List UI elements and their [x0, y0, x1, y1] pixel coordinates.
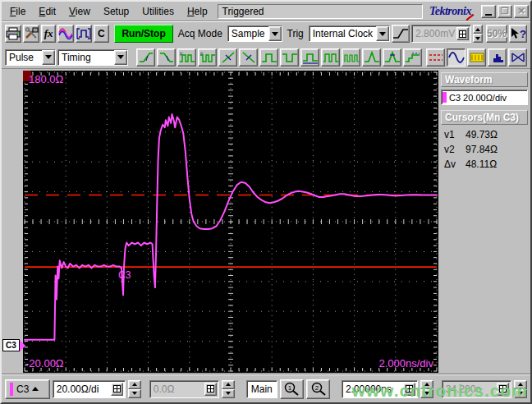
keypad-button[interactable] [204, 383, 217, 396]
spin-down-button[interactable] [514, 389, 527, 398]
trig-source-select[interactable]: Internal Clock [309, 25, 390, 42]
cursor-readout-v2: v2 97.84Ω [441, 142, 528, 157]
horizontal-position-field[interactable]: 34.200n [442, 380, 512, 398]
menu-edit[interactable]: Edit [32, 4, 62, 19]
rise-time-button[interactable] [136, 48, 155, 67]
pulse-edit-button[interactable] [76, 25, 92, 43]
trig-level-field[interactable]: 2.800mV [411, 25, 471, 43]
run-stop-button[interactable]: Run/Stop [114, 25, 172, 43]
trig-dropdown-button[interactable] [376, 26, 389, 41]
clear-button[interactable]: C [94, 25, 108, 43]
keypad-button[interactable] [111, 383, 123, 396]
arrow-down-icon [424, 392, 429, 395]
menu-help[interactable]: Help [181, 4, 214, 19]
waveform-display-button[interactable] [447, 48, 466, 67]
plot-bottom-label: -20.00Ω [25, 357, 64, 370]
negative-width-button[interactable]: F [198, 48, 217, 67]
spin-up-button[interactable] [420, 380, 433, 389]
keypad-button[interactable] [456, 27, 469, 40]
channel-select-button[interactable]: C3 [5, 379, 50, 399]
negative-width-icon: F [200, 51, 216, 64]
right-panel: Waveform C3 20.00Ω/div Cursors(Mn C3) v1… [438, 69, 530, 374]
spin-up-button[interactable] [128, 380, 141, 389]
meas-category-select[interactable]: Timing [57, 49, 128, 66]
svg-text:?: ? [520, 28, 526, 40]
set-50-percent-button[interactable]: 50% [486, 25, 507, 43]
vertical-offset-spinner[interactable] [222, 380, 235, 398]
keypad-icon [207, 385, 214, 393]
keypad-button[interactable] [497, 383, 509, 396]
spin-down-button[interactable] [473, 34, 483, 43]
acq-mode-dropdown-button[interactable] [268, 26, 282, 41]
sine-wave-icon [448, 51, 465, 64]
close-button[interactable]: ✕ [514, 5, 529, 18]
color-wave-icon [58, 27, 73, 40]
pulse-dropdown-button[interactable] [42, 50, 55, 65]
positive-overshoot-button[interactable] [362, 48, 381, 67]
color-grade-button[interactable] [467, 48, 486, 67]
spin-down-button[interactable] [222, 389, 235, 398]
vertical-scale-field[interactable]: 20.00Ω/di [53, 380, 126, 398]
menu-file[interactable]: File [3, 4, 32, 19]
menu-view[interactable]: View [62, 4, 97, 19]
keypad-button[interactable] [403, 383, 415, 396]
chevron-down-icon [379, 32, 386, 36]
maximize-button[interactable]: ❐ [498, 5, 512, 18]
timebase-spinner[interactable] [420, 380, 433, 398]
plot-timebase-label: 2.000ns/div [379, 357, 434, 370]
arrow-up-icon [424, 383, 429, 386]
acq-mode-select[interactable]: Sample [227, 25, 282, 42]
positive-crossing-icon [220, 51, 236, 64]
horizontal-position-spinner[interactable] [514, 380, 527, 398]
trace-label: C3 [118, 269, 131, 281]
cursor-readout-v1: v1 49.73Ω [441, 127, 528, 142]
vertical-scale-spinner[interactable] [128, 380, 141, 398]
menu-bar: File Edit View Setup Utilities Help Trig… [2, 2, 530, 21]
spin-up-button[interactable] [514, 380, 527, 389]
arrow-up-icon [132, 383, 137, 386]
plot-svg[interactable]: 180.0Ω -20.00Ω 2.000ns/div C3 [23, 71, 438, 373]
histogram-button[interactable] [488, 48, 507, 67]
waveform-colors-button[interactable] [57, 25, 74, 43]
settling-button[interactable] [403, 48, 422, 67]
cursors-button[interactable] [426, 48, 445, 67]
trig-level-spinner[interactable] [473, 25, 483, 43]
positive-width-button[interactable]: F [177, 48, 196, 67]
display-area: C3 180.0Ω -20.00Ω 2.000ns/div C3 Wavefor… [2, 69, 530, 374]
amplitude-peak-button[interactable] [383, 48, 401, 67]
timebase-scale-field[interactable]: 2.00000ns [342, 380, 418, 398]
spin-up-button[interactable] [473, 25, 483, 34]
timing-dropdown-button[interactable] [114, 50, 127, 65]
magnifier-1-button[interactable]: 1 [280, 379, 304, 399]
channel-marker-c3[interactable]: C3 [2, 339, 25, 351]
menu-setup[interactable]: Setup [97, 4, 135, 19]
spin-down-button[interactable] [128, 389, 141, 398]
spin-up-button[interactable] [222, 380, 235, 389]
trig-slope-button[interactable] [392, 25, 410, 43]
signal-type-select[interactable]: Pulse [5, 49, 56, 66]
print-button[interactable] [5, 25, 21, 43]
timebase-view-button[interactable]: Main [246, 380, 277, 398]
eye-diagram-icon [510, 51, 526, 64]
pulse-base-button[interactable] [300, 48, 319, 67]
waveform-entry[interactable]: C3 20.00Ω/div [441, 90, 528, 105]
magnifier-2-button[interactable]: 2 [306, 379, 330, 399]
spin-down-button[interactable] [420, 389, 433, 398]
minimize-button[interactable] [481, 5, 496, 18]
negative-crossing-button[interactable] [239, 48, 258, 67]
negative-pulse-button[interactable] [280, 48, 299, 67]
tools-button[interactable] [23, 25, 39, 43]
positive-crossing-button[interactable] [218, 48, 237, 67]
positive-pulse-icon [261, 51, 277, 64]
context-help-button[interactable]: ? [509, 25, 527, 43]
double-pulse-button[interactable] [321, 48, 340, 67]
menu-utilities[interactable]: Utilities [135, 4, 181, 19]
math-button[interactable]: fx [41, 25, 56, 43]
positive-pulse-button[interactable] [259, 48, 278, 67]
arrow-up-icon [518, 383, 523, 386]
eye-diagram-button[interactable] [508, 48, 527, 67]
double-pulse-icon [323, 51, 339, 64]
fall-time-button[interactable] [157, 48, 176, 67]
pulse-train-button[interactable] [342, 48, 360, 67]
vertical-offset-field[interactable]: 0.0Ω [149, 380, 220, 398]
